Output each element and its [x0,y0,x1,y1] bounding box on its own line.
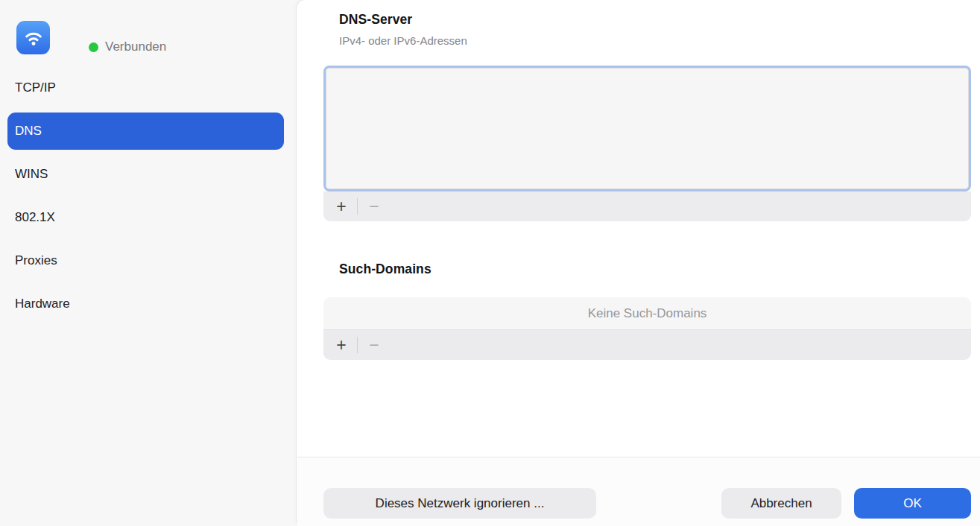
sidebar-nav: TCP/IP DNS WINS 802.1X Proxies Hardware [7,69,284,323]
dns-server-title: DNS-Server [339,12,412,28]
search-domains-empty-text: Keine Such-Domains [588,306,707,321]
search-domains-remove-button[interactable]: − [364,335,384,355]
sidebar-item-wins[interactable]: WINS [7,156,284,193]
dns-server-subtitle: IPv4- oder IPv6-Adressen [339,34,467,47]
search-domains-list[interactable]: Keine Such-Domains [323,297,971,330]
sidebar-item-dns[interactable]: DNS [7,113,284,150]
wifi-icon [16,21,50,54]
dns-server-list[interactable] [323,66,971,191]
status-label: Verbunden [105,39,166,54]
sidebar-item-proxies[interactable]: Proxies [7,242,284,279]
sidebar-item-hardware[interactable]: Hardware [7,285,284,323]
sidebar-item-8021x[interactable]: 802.1X [7,199,284,236]
ok-button[interactable]: OK [854,488,971,519]
sidebar-item-tcpip[interactable]: TCP/IP [7,69,284,107]
search-domains-toolbar: + − [323,330,971,360]
dns-remove-button[interactable]: − [364,196,384,217]
toolbar-divider [357,337,358,353]
dns-list-toolbar: + − [323,191,971,221]
status-dot-icon [89,42,98,52]
toolbar-divider [357,198,358,215]
connection-status: Verbunden [89,39,166,54]
cancel-button[interactable]: Abbrechen [721,488,841,519]
ignore-network-button[interactable]: Dieses Netzwerk ignorieren ... [323,488,596,519]
dns-add-button[interactable]: + [332,196,351,217]
search-domains-add-button[interactable]: + [332,335,351,355]
search-domains-title: Such-Domains [339,262,431,277]
